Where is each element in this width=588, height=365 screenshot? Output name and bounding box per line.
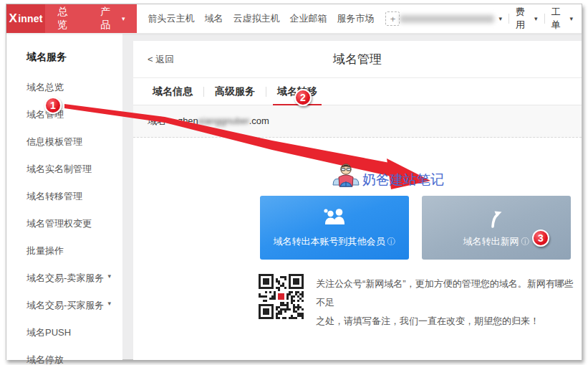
nav-overview[interactable]: 总览 xyxy=(45,4,88,33)
qr-section: 关注公众号“新网域名”，更加方便的管理您的域名。新网有哪些不足 之处，请填写备注… xyxy=(259,274,582,331)
nav-products[interactable]: 产品 ▾ xyxy=(88,4,137,33)
add-shortcut-button[interactable]: + xyxy=(385,11,400,26)
qr-caption-line1: 关注公众号“新网域名”，更加方便的管理您的域名。新网有哪些不足 xyxy=(316,275,582,312)
qr-code-image xyxy=(259,274,304,319)
sidebar-item-domain-parking[interactable]: 域名停放 xyxy=(6,346,122,365)
button-text: 域名转出本账号到其他会员 xyxy=(274,236,385,247)
transfer-options: 域名转出本账号到其他会员ⓘ 域名转出新网ⓘ xyxy=(260,196,571,260)
chevron-down-icon: ▾ xyxy=(107,272,111,280)
product-nav: 箭头云主机 域名 云虚拟主机 企业邮箱 服务市场 + xyxy=(137,4,400,33)
domain-value-prefix: zhen xyxy=(178,115,198,126)
back-button[interactable]: < 返回 xyxy=(148,53,174,66)
domain-label: 域名： xyxy=(148,115,175,126)
logo-text: innet xyxy=(18,13,42,24)
sidebar-item-mgmt-rights-change[interactable]: 域名管理权变更 xyxy=(6,210,122,237)
page-title: 域名管理 xyxy=(333,51,382,67)
annotation-step-1: 1 xyxy=(44,97,62,114)
nav-cloud-host[interactable]: 箭头云主机 xyxy=(148,12,194,25)
divider xyxy=(544,14,545,24)
transfer-out-button[interactable]: 域名转出新网ⓘ xyxy=(422,196,571,260)
domain-row: 域名： zhenxianggnuber.com xyxy=(133,105,582,138)
chevron-down-icon: ▾ xyxy=(498,15,502,22)
qr-code xyxy=(259,274,304,319)
top-navbar: Xinnet 总览 产品 ▾ 箭头云主机 域名 云虚拟主机 企业邮箱 服务市场 … xyxy=(6,4,582,34)
tickets-label: 工单 xyxy=(551,6,567,32)
info-icon: ⓘ xyxy=(521,237,530,247)
sidebar-item-domain-overview[interactable]: 域名总览 xyxy=(6,74,122,101)
transfer-content: 奶爸建站笔记 域名转出本账号到其他会员ⓘ xyxy=(133,138,582,365)
transfer-to-member-button[interactable]: 域名转出本账号到其他会员ⓘ xyxy=(260,196,409,260)
button-text: 域名转出新网 xyxy=(463,236,519,247)
sidebar-item-batch-ops[interactable]: 批量操作 xyxy=(6,237,122,265)
sidebar-item-label: 域名交易-卖家服务 xyxy=(26,272,104,283)
domain-value-suffix: .com xyxy=(249,115,269,126)
browser-window: Xinnet 总览 产品 ▾ 箭头云主机 域名 云虚拟主机 企业邮箱 服务市场 … xyxy=(6,4,582,360)
tab-bar: 域名信息 高级服务 域名转移 xyxy=(133,78,582,105)
sidebar-item-info-template[interactable]: 信息模板管理 xyxy=(6,128,122,156)
main-panel: < 返回 域名管理 域名信息 高级服务 域名转移 域名： zhenxianggn… xyxy=(133,41,582,360)
watermark: 奶爸建站笔记 xyxy=(331,162,444,188)
chevron-down-icon: ▾ xyxy=(107,300,111,307)
sidebar-item-real-name[interactable]: 域名实名制管理 xyxy=(6,156,122,183)
info-icon: ⓘ xyxy=(387,237,396,247)
panel-header: < 返回 域名管理 xyxy=(133,41,582,78)
annotation-step-2: 2 xyxy=(294,89,312,106)
annotation-step-3: 3 xyxy=(532,229,549,247)
tickets-menu[interactable]: 工单 ▾ xyxy=(551,6,573,32)
nav-virtual-host[interactable]: 云虚拟主机 xyxy=(233,12,279,25)
fees-menu[interactable]: 费用 ▾ xyxy=(516,6,538,32)
account-menu[interactable]: ▾ xyxy=(400,15,502,23)
cartoon-person-icon xyxy=(331,162,361,188)
button-label: 域名转出本账号到其他会员ⓘ xyxy=(274,235,396,248)
qr-caption-line2: 之处，请填写备注，我们一直在改变，期望您的归来！ xyxy=(316,312,582,331)
nav-service-market[interactable]: 服务市场 xyxy=(337,12,374,25)
divider xyxy=(509,14,509,24)
plus-icon: + xyxy=(390,14,396,24)
nav-enterprise-mail[interactable]: 企业邮箱 xyxy=(289,12,327,25)
domain-value-masked: xianggnuber xyxy=(198,115,249,126)
sidebar-item-trade-seller[interactable]: 域名交易-卖家服务 ▾ xyxy=(6,265,122,292)
fees-label: 费用 xyxy=(516,6,531,32)
nav-overview-label: 总览 xyxy=(57,6,76,32)
arrow-up-icon xyxy=(486,207,506,229)
nav-domain[interactable]: 域名 xyxy=(204,12,223,25)
nav-products-label: 产品 xyxy=(100,6,119,32)
primary-nav: 总览 产品 ▾ xyxy=(45,4,137,33)
account-name-masked xyxy=(400,15,494,23)
people-icon xyxy=(322,207,347,229)
sidebar-item-domain-management[interactable]: 域名管理 xyxy=(6,101,122,128)
sidebar-item-domain-transfer[interactable]: 域名转移管理 xyxy=(6,183,122,210)
watermark-text: 奶爸建站笔记 xyxy=(362,172,444,188)
button-label: 域名转出新网ⓘ xyxy=(463,235,530,248)
chevron-down-icon: ▾ xyxy=(569,15,573,22)
topbar-right: ▾ 费用 ▾ 工单 ▾ xyxy=(400,4,582,33)
sidebar-item-label: 域名交易-买家服务 xyxy=(26,300,104,311)
tab-domain-info[interactable]: 域名信息 xyxy=(142,78,203,105)
tab-advanced-services[interactable]: 高级服务 xyxy=(204,78,266,105)
sidebar-item-trade-buyer[interactable]: 域名交易-买家服务 ▾ xyxy=(6,292,122,319)
chevron-down-icon: ▾ xyxy=(122,15,125,22)
xinnet-logo[interactable]: Xinnet xyxy=(6,4,45,33)
sidebar: 域名服务 域名总览 域名管理 信息模板管理 域名实名制管理 域名转移管理 域名管… xyxy=(6,34,122,360)
sidebar-item-domain-push[interactable]: 域名PUSH xyxy=(6,319,122,346)
qr-caption: 关注公众号“新网域名”，更加方便的管理您的域名。新网有哪些不足 之处，请填写备注… xyxy=(316,274,582,331)
chevron-down-icon: ▾ xyxy=(534,15,538,22)
logo-x-glyph: X xyxy=(9,11,18,26)
sidebar-header: 域名服务 xyxy=(6,42,122,74)
